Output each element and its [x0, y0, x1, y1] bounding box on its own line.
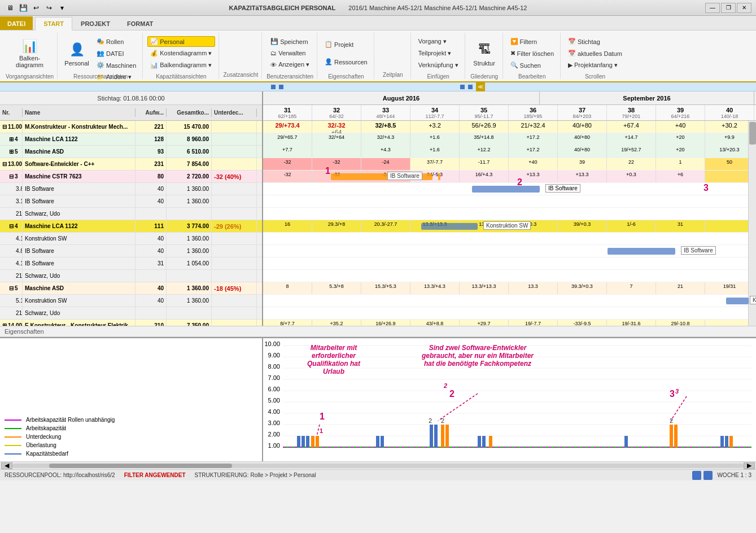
gantt-row-7 — [263, 195, 756, 208]
btn-stichtag[interactable]: 📅Stichtag — [565, 36, 625, 47]
th-unter: Unterdec... — [212, 108, 257, 117]
nav-dot-4[interactable] — [468, 85, 473, 89]
redo-btn[interactable]: ↪ — [43, 3, 55, 13]
btn-vorgang[interactable]: Vorgang ▾ — [416, 36, 461, 47]
week-38: 3879/+201 — [607, 105, 656, 121]
svg-text:4.00: 4.00 — [268, 408, 280, 415]
nav-dot-2[interactable] — [279, 85, 283, 89]
month-august: August 2016 — [263, 91, 540, 104]
btn-aktuelles-datum[interactable]: 📅aktuelles Datum — [565, 48, 625, 59]
td-nr: ⊟5 — [0, 282, 23, 294]
btn-anzeigen[interactable]: 👁Anzeigen ▾ — [268, 59, 312, 70]
tab-format[interactable]: FORMAT — [119, 16, 161, 30]
td-gesamt — [167, 307, 212, 319]
group-bearbeiten: 🔽Filtern ✖Filter löschen 🔍Suchen Bearbei… — [504, 33, 561, 79]
scroll-right-btn[interactable]: ▶ — [744, 462, 755, 469]
td-name: IB Software — [23, 195, 136, 207]
btn-projekt[interactable]: 📋Projekt — [322, 39, 370, 50]
collapse-btn[interactable]: ≪ — [476, 82, 485, 91]
td-unter — [212, 208, 257, 220]
group-label-zusatzansicht: Zusatzansicht — [224, 71, 259, 78]
group-ressourcenansichten: 👤 Personal 🎭Rollen 👥DATEI ⚙️Maschinen 📁A… — [59, 33, 143, 79]
nav-dot-3[interactable] — [460, 85, 465, 89]
expand-icon[interactable]: ⊞ — [2, 322, 7, 326]
td-gesamt: 7 350.00 — [167, 320, 212, 326]
btn-verwalten[interactable]: 🗂Verwalten — [268, 48, 312, 58]
btn-kostendiagramm[interactable]: 💰Kostendiagramm ▾ — [147, 48, 215, 59]
td-gesamt: 1 054.00 — [167, 257, 212, 269]
btn-team[interactable]: 👥DATEI — [94, 48, 139, 59]
expand-icon[interactable]: ⊟ — [2, 124, 7, 130]
btn-filtern[interactable]: 🔽Filtern — [508, 36, 557, 47]
th-nr: Nr. — [0, 108, 23, 117]
legend: Arbeitskapazität Rollen unabhängig Arbei… — [5, 417, 257, 459]
btn-struktur[interactable]: 🏗 Struktur — [470, 36, 499, 70]
btn-teilprojekt[interactable]: Teilprojekt ▾ — [416, 48, 461, 59]
td-aufw: 111 — [136, 220, 167, 232]
btn-kapazitaet-personal[interactable]: 📈Personal — [147, 36, 215, 47]
btn-verknuepfung[interactable]: Verknüpfung ▾ — [416, 60, 461, 71]
group-label-scrollen: Scrollen — [585, 72, 605, 80]
btn-speichern[interactable]: 💾Speichern — [268, 36, 312, 47]
expand-icon[interactable]: ⊞ — [9, 136, 14, 142]
close-btn[interactable]: ✕ — [737, 3, 751, 13]
expand-icon[interactable]: ⊟ — [9, 285, 14, 291]
gantt-row-6: IB Software — [263, 183, 756, 195]
table-row: 5.1.3 Konstruktion SW 40 1 360.00 — [0, 295, 262, 307]
h-scrollbar-area: ◀ ▶ — [0, 461, 756, 469]
chart-annotation-2: 2 — [449, 389, 455, 399]
group-label-bearbeiten: Bearbeiten — [518, 72, 545, 80]
v-scrollbar[interactable] — [748, 121, 756, 326]
expand-icon[interactable]: ⊟ — [2, 161, 7, 167]
save-btn[interactable]: 💾 — [18, 3, 29, 13]
svg-text:2: 2 — [429, 417, 432, 424]
btn-balkendiagramm[interactable]: 📊 Balken-diagramm — [15, 36, 45, 70]
expand-icon[interactable]: ⊞ — [9, 148, 14, 155]
group-kapazitaetsansichten: 📈Personal 💰Kostendiagramm ▾ 📊Balkendiagr… — [144, 33, 219, 79]
btn-projektanfang[interactable]: ▶Projektanfang ▾ — [565, 60, 625, 71]
annotation-1-gantt: 1 — [325, 166, 330, 176]
td-name: M.Konstrukteur - Konstrukteur Mech... — [23, 121, 136, 133]
stichdatum-label: Stichtag: 01.08.16 00:00 — [97, 95, 164, 102]
btn-maschinen[interactable]: ⚙️Maschinen — [94, 60, 139, 71]
group-label-kapazitaetsansichten: Kapazitätsansichten — [156, 72, 207, 80]
table-row: ⊟11.001 M.Konstrukteur - Konstrukteur Me… — [0, 121, 262, 133]
expand-icon[interactable]: ⊟ — [9, 173, 14, 180]
group-label-eigenschaften: Eigenschaften — [328, 72, 364, 80]
table-body: ⊟11.001 M.Konstrukteur - Konstrukteur Me… — [0, 121, 262, 326]
undo-btn[interactable]: ↩ — [30, 3, 42, 13]
restore-btn[interactable]: ❐ — [721, 3, 736, 13]
btn-filter-loeschen[interactable]: ✖Filter löschen — [508, 48, 557, 59]
btn-ressourcen[interactable]: 👤Ressourcen — [322, 56, 370, 67]
btn-personal[interactable]: 👤 Personal — [62, 36, 91, 70]
tab-datei[interactable]: DATEI — [0, 16, 33, 30]
app-icon[interactable]: 🖥 — [5, 3, 16, 13]
svg-rect-29 — [381, 436, 384, 447]
btn-balkendiagramm2[interactable]: 📊Balkendiagramm ▾ — [147, 60, 215, 71]
td-nr: 21.01 — [0, 208, 23, 220]
right-panel: August 2016 September 2016 3162/+185 326… — [263, 91, 756, 326]
scroll-thumb[interactable] — [49, 464, 232, 468]
group-zusatzansicht: Zusatzansicht — [220, 33, 263, 79]
btn-suchen[interactable]: 🔍Suchen — [508, 60, 557, 71]
td-name: Maschine CSTR 7623 — [23, 171, 136, 182]
minimize-btn[interactable]: — — [705, 3, 720, 13]
group-label-vorgangsansichten: Vorgangsansichten — [6, 72, 54, 80]
status-filter: FILTER ANGEWENDET — [124, 472, 186, 478]
gantt-row-1: 29/+73.4 32/-32+64 32/+8.5 +3.2 56/+26.9 — [263, 121, 756, 133]
left-panel: Stichtag: 01.08.16 00:00 Nr. Name Aufw..… — [0, 91, 263, 326]
tab-start[interactable]: START — [35, 17, 72, 30]
scroll-left-btn[interactable]: ◀ — [1, 462, 12, 469]
td-gesamt: 6 510.00 — [167, 146, 212, 158]
window-controls: — ❐ ✕ — [705, 3, 751, 13]
td-name: Maschine LCA 1122 — [23, 220, 136, 232]
v-scroll-thumb[interactable] — [749, 122, 756, 145]
table-row: 21.01 Schwarz, Udo — [0, 307, 262, 320]
expand-icon[interactable]: ⊟ — [9, 223, 14, 229]
td-unter — [212, 133, 257, 145]
nav-dot-1[interactable] — [271, 85, 276, 89]
table-row: ⊞14.001 E.Konstrukteur - Konstrukteur El… — [0, 320, 262, 326]
tab-projekt[interactable]: PROJEKT — [72, 16, 119, 30]
customize-btn[interactable]: ▾ — [56, 3, 68, 13]
btn-rollen[interactable]: 🎭Rollen — [94, 36, 139, 47]
